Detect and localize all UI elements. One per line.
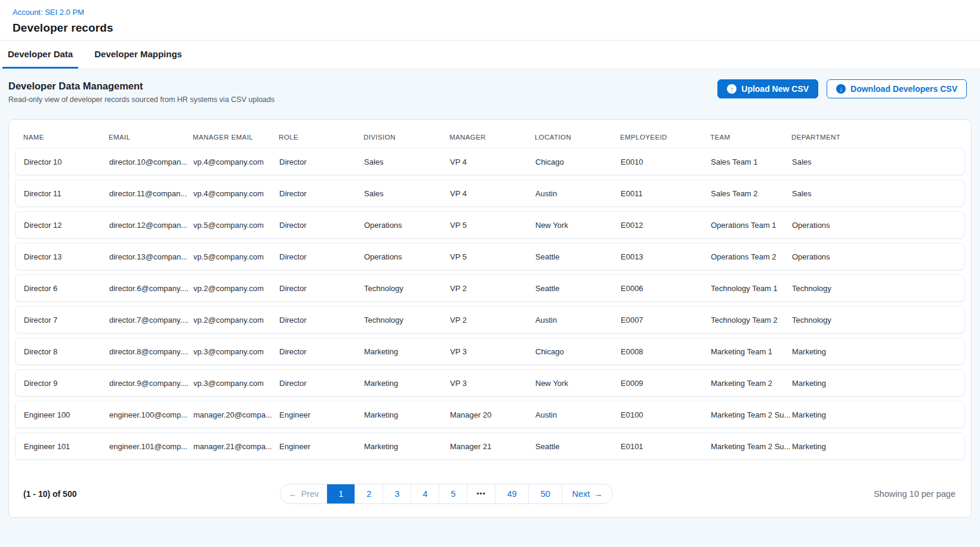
column-header-team: TEAM [710,134,791,141]
cell-name: Director 6 [24,284,109,293]
cell-team: Technology Team 1 [711,284,792,293]
cell-division: Operations [364,221,450,230]
cell-manager: VP 4 [450,189,535,198]
page-button-4[interactable]: 4 [411,484,439,503]
cell-manager-email: vp.4@company.com [193,189,279,198]
cell-department: Marketing [792,442,956,451]
section-subtitle: Read-only view of developer records sour… [8,95,275,104]
cell-location: Austin [535,189,621,198]
column-header-name: NAME [23,134,109,141]
tab-developer-mappings[interactable]: Developer Mappings [89,41,187,69]
cell-employeeid: E0006 [621,284,711,293]
pagination-ellipsis: ••• [467,484,495,503]
column-header-manager-email: MANAGER EMAIL [193,134,279,141]
table-row: Director 11director.11@compan...vp.4@com… [15,180,965,207]
prev-label: Prev [301,489,319,499]
page-button-3[interactable]: 3 [383,484,411,503]
cell-division: Marketing [364,442,450,451]
cell-department: Marketing [792,347,956,356]
table-row: Director 13director.13@compan...vp.5@com… [15,243,965,270]
column-header-email: EMAIL [109,134,193,141]
cell-division: Marketing [364,347,450,356]
cell-manager: VP 3 [450,379,535,388]
cell-employeeid: E0009 [621,379,711,388]
cell-employeeid: E0011 [621,189,711,198]
cell-team: Operations Team 1 [711,221,792,230]
cell-email: director.9@company.... [109,379,193,388]
next-page-button[interactable]: Next → [562,484,612,503]
page-button-2[interactable]: 2 [355,484,383,503]
cell-email: director.12@compan... [109,221,193,230]
tab-bar: Developer Data Developer Mappings [0,41,980,69]
cell-employeeid: E0010 [621,157,711,166]
pagination: ← Prev 12345•••4950 Next → [280,484,613,504]
cell-manager: VP 2 [450,316,535,325]
cell-email: engineer.100@comp... [109,410,193,419]
column-header-employeeid: EMPLOYEEID [620,134,710,141]
cell-email: director.8@company.... [109,347,193,356]
column-header-manager: MANAGER [449,134,535,141]
cell-team: Marketing Team 2 Su... [711,442,792,451]
cell-manager: VP 2 [450,284,535,293]
cell-team: Marketing Team 2 [711,379,792,388]
cell-manager-email: manager.21@compa... [193,442,279,451]
cell-division: Technology [364,316,450,325]
table-row: Director 8director.8@company....vp.3@com… [15,338,965,365]
cell-manager-email: manager.20@compa... [193,410,279,419]
column-header-role: ROLE [279,134,363,141]
page-title: Developer records [13,21,980,35]
cell-department: Sales [792,157,956,166]
column-header-department: DEPARTMENT [791,134,957,141]
cell-role: Director [279,316,364,325]
upload-button-label: Upload New CSV [741,84,809,94]
cell-employeeid: E0007 [621,316,711,325]
cell-division: Technology [364,284,450,293]
download-icon: ↓ [836,84,846,94]
cell-division: Sales [364,157,450,166]
cell-division: Operations [364,252,450,261]
cell-email: director.10@compan... [109,157,193,166]
table-row: Director 10director.10@compan...vp.4@com… [15,148,965,175]
cell-team: Marketing Team 2 Su... [711,410,792,419]
cell-name: Engineer 101 [24,442,109,451]
cell-manager-email: vp.4@company.com [193,157,279,166]
table-row: Director 6director.6@company....vp.2@com… [15,274,965,302]
prev-arrow-icon: ← [288,489,297,499]
next-label: Next [572,489,590,499]
cell-team: Sales Team 1 [711,157,792,166]
cell-manager: VP 3 [450,347,535,356]
cell-location: Austin [535,410,621,419]
cell-role: Director [279,379,364,388]
cell-manager-email: vp.3@company.com [193,379,279,388]
cell-name: Director 13 [24,252,109,261]
cell-department: Marketing [792,410,956,419]
account-breadcrumb-link[interactable]: Account: SEI 2.0 PM [13,8,84,17]
cell-team: Marketing Team 1 [711,347,792,356]
cell-name: Director 11 [24,189,109,198]
cell-team: Operations Team 2 [711,252,792,261]
cell-employeeid: E0100 [621,410,711,419]
cell-email: engineer.101@comp... [109,442,193,451]
cell-team: Sales Team 2 [711,189,792,198]
table-row: Engineer 101engineer.101@comp...manager.… [15,432,965,460]
cell-manager-email: vp.5@company.com [193,252,279,261]
next-arrow-icon: → [594,489,603,499]
cell-employeeid: E0101 [621,442,711,451]
page-button-50[interactable]: 50 [529,484,562,503]
tab-developer-data[interactable]: Developer Data [2,41,78,69]
prev-page-button[interactable]: ← Prev [281,484,327,503]
table-row: Director 9director.9@company....vp.3@com… [15,369,965,397]
download-developers-csv-button[interactable]: ↓ Download Developers CSV [827,79,967,98]
cell-location: Chicago [535,347,621,356]
page-button-1[interactable]: 1 [327,484,355,503]
cell-role: Director [279,347,364,356]
table-row: Director 7director.7@company....vp.2@com… [15,306,965,333]
page-button-5[interactable]: 5 [439,484,467,503]
cell-manager-email: vp.2@company.com [193,284,279,293]
upload-new-csv-button[interactable]: ↑ Upload New CSV [717,79,818,98]
table-footer: (1 - 10) of 500 ← Prev 12345•••4950 Next… [17,484,963,504]
developer-table-card: NAMEEMAILMANAGER EMAILROLEDIVISIONMANAGE… [8,119,972,518]
cell-department: Technology [792,316,956,325]
page-button-49[interactable]: 49 [495,484,529,503]
column-header-division: DIVISION [363,134,449,141]
